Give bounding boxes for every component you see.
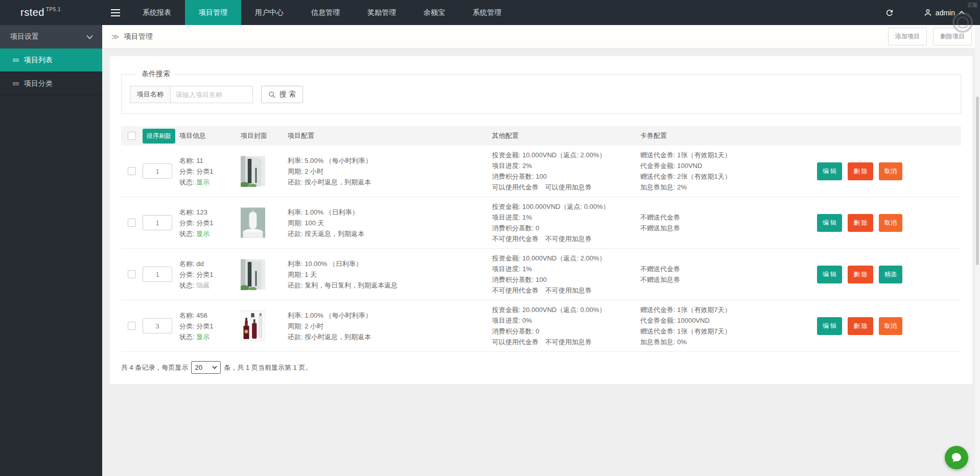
table-row: 名称: 11 分类: 分类1 状态: 显示 利率: 5.00% （每 bbox=[121, 146, 961, 197]
delete-button[interactable]: 删 除 bbox=[848, 214, 873, 232]
nav-item-system[interactable]: 系统管理 bbox=[459, 0, 515, 25]
sort-refresh-button[interactable]: 排序刷新 bbox=[143, 129, 175, 144]
nav-item-users[interactable]: 用户中心 bbox=[241, 0, 297, 25]
scrollbar-thumb[interactable] bbox=[976, 97, 979, 265]
delete-button[interactable]: 删 除 bbox=[848, 317, 873, 335]
row-checkbox[interactable] bbox=[128, 270, 136, 278]
card-line: 加息券加息: 0% bbox=[640, 337, 811, 347]
other-amount: 投资金额: 100.000VND（返点: 0.00%） bbox=[492, 201, 634, 212]
search-field-label: 项目名称 bbox=[130, 86, 170, 103]
nav-item-rewards[interactable]: 奖励管理 bbox=[354, 0, 410, 25]
app-window: rsted TP5.1 系统报表 项目管理 用户中心 信息管理 奖励管理 余额宝… bbox=[0, 0, 980, 476]
status-value[interactable]: 显示 bbox=[196, 178, 209, 186]
feature-button[interactable]: 精选 bbox=[879, 266, 902, 283]
sort-order-input[interactable] bbox=[143, 215, 172, 230]
status-value[interactable]: 隐藏 bbox=[196, 281, 209, 289]
watermark-seal bbox=[952, 12, 973, 33]
project-status: 状态: 显示 bbox=[179, 228, 241, 239]
table-row: 名称: dd 分类: 分类1 状态: 隐藏 利率: 10.00% （ bbox=[121, 249, 961, 300]
sidebar-item-project-list[interactable]: 项目列表 bbox=[0, 49, 102, 72]
pagination-prefix: 共 4 条记录，每页显示 bbox=[121, 363, 188, 372]
config-period: 周期: 2 小时 bbox=[288, 321, 485, 331]
page-header: ≫ 项目管理 添加项目 删除项目 bbox=[102, 25, 980, 49]
delete-button[interactable]: 删 除 bbox=[848, 266, 873, 283]
page-size-select[interactable]: 20 bbox=[191, 361, 221, 374]
row-checkbox[interactable] bbox=[128, 167, 136, 175]
card-line: 赠送代金券: 1张（有效期1天） bbox=[640, 150, 811, 160]
project-name: 名称: 456 bbox=[179, 310, 241, 321]
username: admin bbox=[936, 9, 955, 17]
config-rate: 利率: 10.00% （日利率） bbox=[288, 258, 485, 269]
menu-toggle-icon[interactable] bbox=[102, 0, 129, 25]
sidebar-group-label: 项目设置 bbox=[10, 32, 39, 41]
col-header-info: 项目信息 bbox=[179, 131, 241, 140]
edit-button[interactable]: 编 辑 bbox=[817, 317, 842, 335]
table-row: 名称: 123 分类: 分类1 状态: 显示 bbox=[121, 197, 961, 249]
col-header-other: 其他配置 bbox=[492, 131, 640, 140]
cancel-feature-button[interactable]: 取消 bbox=[879, 214, 902, 232]
project-category: 分类: 分类1 bbox=[179, 218, 241, 228]
other-coupon-usage: 可以使用代金券 不可使用加息券 bbox=[492, 337, 634, 347]
config-repay: 还款: 按小时返息，到期返本 bbox=[288, 331, 485, 342]
chevron-down-icon bbox=[212, 366, 217, 369]
config-period: 周期: 100 天 bbox=[288, 218, 485, 228]
search-fieldset: 条件搜索 项目名称 搜 索 bbox=[121, 69, 961, 114]
sidebar-group-project-settings[interactable]: 项目设置 bbox=[0, 25, 102, 49]
pagination: 共 4 条记录，每页显示 20 条，共 1 页当前显示第 1 页。 bbox=[121, 361, 961, 374]
select-all-checkbox[interactable] bbox=[128, 132, 136, 140]
nav-item-info[interactable]: 信息管理 bbox=[297, 0, 354, 25]
other-points: 消费积分基数: 100 bbox=[492, 171, 634, 182]
config-period: 周期: 1 天 bbox=[288, 269, 485, 280]
cancel-feature-button[interactable]: 取消 bbox=[879, 162, 902, 180]
cancel-feature-button[interactable]: 取消 bbox=[879, 317, 902, 335]
row-checkbox[interactable] bbox=[128, 219, 136, 227]
project-name-input[interactable] bbox=[170, 86, 253, 103]
status-value[interactable]: 显示 bbox=[196, 333, 209, 341]
edit-button[interactable]: 编 辑 bbox=[817, 266, 842, 283]
vertical-scrollbar[interactable] bbox=[975, 25, 980, 476]
sidebar: 项目设置 项目列表 项目分类 bbox=[0, 25, 102, 476]
other-progress: 项目进度: 2% bbox=[492, 160, 634, 171]
logo-text: rsted bbox=[20, 7, 44, 18]
sort-order-input[interactable] bbox=[143, 267, 172, 282]
topbar: rsted TP5.1 系统报表 项目管理 用户中心 信息管理 奖励管理 余额宝… bbox=[0, 0, 980, 25]
project-cover-image bbox=[241, 310, 265, 342]
config-repay: 还款: 复利，每日复利，到期返本返息 bbox=[288, 280, 485, 291]
col-header-config: 项目配置 bbox=[288, 131, 492, 140]
edit-button[interactable]: 编 辑 bbox=[817, 162, 842, 180]
row-checkbox[interactable] bbox=[128, 322, 136, 330]
project-cover-image bbox=[241, 155, 265, 187]
project-status: 状态: 显示 bbox=[179, 177, 241, 187]
nav-item-yuebao[interactable]: 余额宝 bbox=[410, 0, 459, 25]
logo-version: TP5.1 bbox=[46, 7, 61, 12]
project-cover-image bbox=[241, 258, 265, 290]
edit-button[interactable]: 编 辑 bbox=[817, 214, 842, 232]
delete-button[interactable]: 删 除 bbox=[848, 162, 873, 180]
other-amount: 投资金额: 20.000VND（返点: 0.00%） bbox=[492, 304, 634, 315]
sort-order-input[interactable] bbox=[143, 163, 172, 179]
chat-fab-button[interactable] bbox=[945, 446, 968, 469]
content-area: 条件搜索 项目名称 搜 索 排序刷 bbox=[102, 49, 980, 476]
pagination-suffix: 条，共 1 页当前显示第 1 页。 bbox=[224, 363, 312, 372]
nav-item-projects[interactable]: 项目管理 bbox=[185, 0, 241, 25]
project-status: 状态: 显示 bbox=[179, 331, 241, 342]
other-progress: 项目进度: 1% bbox=[492, 212, 634, 223]
project-name: 名称: 123 bbox=[179, 207, 241, 218]
app-logo: rsted TP5.1 bbox=[0, 0, 102, 25]
status-value[interactable]: 显示 bbox=[196, 230, 209, 237]
card-line: 不赠送加息券 bbox=[640, 223, 811, 233]
search-button[interactable]: 搜 索 bbox=[261, 86, 303, 103]
sort-order-input[interactable] bbox=[143, 318, 172, 334]
config-repay: 还款: 按小时返息，到期返本 bbox=[288, 177, 485, 187]
project-cover-image bbox=[241, 207, 265, 239]
link-icon bbox=[12, 57, 19, 64]
chevron-down-icon bbox=[86, 35, 93, 39]
card-line: 代金券金额: 10000VND bbox=[640, 315, 811, 326]
refresh-icon[interactable] bbox=[885, 8, 894, 17]
add-project-button[interactable]: 添加项目 bbox=[888, 28, 927, 45]
project-category: 分类: 分类1 bbox=[179, 166, 241, 177]
sidebar-item-project-category[interactable]: 项目分类 bbox=[0, 72, 102, 96]
person-icon bbox=[924, 9, 932, 17]
sidebar-item-label: 项目列表 bbox=[24, 56, 53, 65]
nav-item-reports[interactable]: 系统报表 bbox=[129, 0, 185, 25]
